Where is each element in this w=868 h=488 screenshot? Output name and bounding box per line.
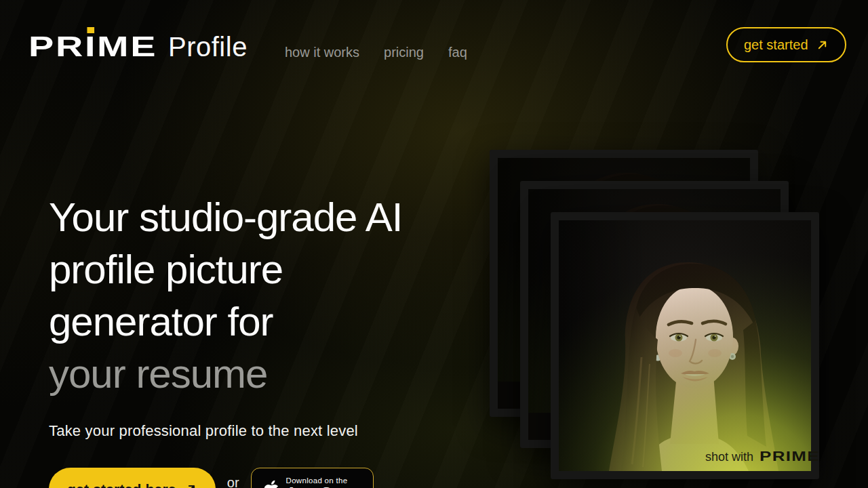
main-nav: how it works pricing faq: [285, 45, 467, 60]
hero-title-highlight: your resume: [49, 348, 403, 400]
nav-how-it-works[interactable]: how it works: [285, 45, 359, 60]
get-started-label: get started: [744, 37, 808, 53]
arrow-up-right-icon: [184, 483, 197, 488]
brand-logo[interactable]: PRIME Profile: [28, 33, 248, 61]
arrow-up-right-icon: [816, 39, 829, 52]
landing-page: PRIME Profile how it works pricing faq g…: [0, 0, 868, 488]
brand-logo-prime: PRIME: [28, 33, 153, 61]
shot-with-prime-badge: shot with PRIME: [705, 449, 802, 464]
hero-title: Your studio-grade AI profile picture gen…: [49, 191, 403, 400]
brand-logo-profile: Profile: [168, 33, 248, 60]
hero-subtitle: Take your professional profile to the ne…: [49, 422, 358, 440]
app-store-text: Download on the App Store: [286, 475, 362, 488]
nav-pricing[interactable]: pricing: [384, 45, 424, 60]
photo-card-front: shot with PRIME: [551, 212, 819, 479]
apple-icon: [263, 479, 279, 488]
nav-faq[interactable]: faq: [448, 45, 467, 60]
get-started-here-label: get started here: [67, 481, 176, 488]
get-started-button[interactable]: get started: [726, 27, 846, 62]
prime-wordmark: PRIME: [760, 449, 814, 464]
cta-row: get started here or Download on the App …: [49, 468, 374, 488]
get-started-here-button[interactable]: get started here: [49, 468, 216, 488]
app-store-badge[interactable]: Download on the App Store: [251, 468, 374, 488]
or-label: or: [227, 468, 239, 488]
portrait-photo: [559, 220, 811, 471]
logo-yellow-dot: I: [85, 33, 97, 61]
